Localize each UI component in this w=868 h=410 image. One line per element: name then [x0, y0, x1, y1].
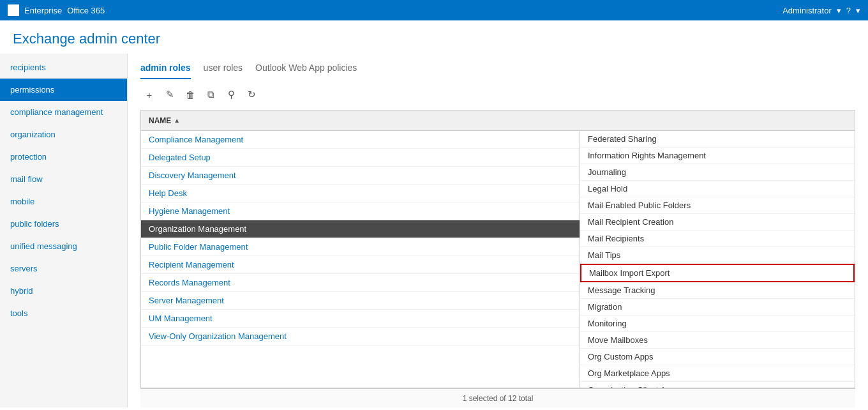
table-row[interactable]: Server Management: [141, 292, 580, 310]
right-item-migration: Migration: [580, 299, 855, 315]
right-item-move-mailboxes: Move Mailboxes: [580, 332, 855, 349]
sidebar-item-tools[interactable]: tools: [0, 302, 127, 324]
table-body: Compliance ManagementDelegated SetupDisc…: [141, 131, 855, 388]
sidebar-item-mobile[interactable]: mobile: [0, 190, 127, 213]
status-text: 1 selected of 12 total: [463, 394, 534, 403]
right-item-mail-recipients: Mail Recipients: [580, 231, 855, 247]
sidebar-item-compliance-management[interactable]: compliance management: [0, 101, 127, 123]
table-row[interactable]: View-Only Organization Management: [141, 328, 580, 345]
table-row[interactable]: Delegated Setup: [141, 149, 580, 167]
sidebar-item-public-folders[interactable]: public folders: [0, 213, 127, 235]
right-item-mail-recipient-creation: Mail Recipient Creation: [580, 214, 855, 231]
refresh-button[interactable]: ↻: [243, 86, 260, 103]
right-item-legal-hold: Legal Hold: [580, 181, 855, 197]
svg-rect-3: [14, 11, 18, 15]
table-row[interactable]: Help Desk: [141, 185, 580, 202]
col-roles-header: [580, 117, 855, 125]
main-layout: recipientspermissionscompliance manageme…: [0, 54, 868, 407]
right-item-journaling: Journaling: [580, 164, 855, 181]
right-item-organization-client-access: Organization Client Access: [580, 382, 855, 388]
user-menu[interactable]: Administrator: [782, 6, 832, 15]
table-row[interactable]: Compliance Management: [141, 131, 580, 149]
table-row[interactable]: Organization Management: [141, 220, 580, 238]
copy-button[interactable]: ⧉: [202, 86, 220, 103]
add-button[interactable]: +: [140, 86, 158, 103]
right-pane: Federated SharingInformation Rights Mana…: [580, 131, 855, 388]
user-dropdown-icon[interactable]: ▾: [837, 6, 841, 15]
sidebar-item-mail-flow[interactable]: mail flow: [0, 168, 127, 190]
svg-rect-2: [9, 11, 13, 15]
search-button[interactable]: ⚲: [222, 86, 240, 103]
table-header: NAME ▲: [141, 110, 855, 131]
app-name: Enterprise: [24, 6, 62, 15]
table-row[interactable]: Records Management: [141, 274, 580, 292]
tabs: admin rolesuser rolesOutlook Web App pol…: [128, 54, 868, 79]
table-row[interactable]: UM Management: [141, 310, 580, 328]
left-pane: Compliance ManagementDelegated SetupDisc…: [141, 131, 580, 388]
tab-admin-roles[interactable]: admin roles: [140, 63, 191, 79]
suite-name: Office 365: [67, 6, 105, 15]
table-row[interactable]: Discovery Management: [141, 167, 580, 185]
delete-button[interactable]: 🗑: [181, 86, 199, 103]
sidebar-item-protection[interactable]: protection: [0, 146, 127, 168]
table-container: NAME ▲ Compliance ManagementDelegated Se…: [140, 110, 855, 388]
page-title-area: Exchange admin center: [0, 20, 868, 54]
enterprise-logo: [8, 4, 19, 16]
sidebar-item-servers[interactable]: servers: [0, 257, 127, 280]
svg-rect-0: [9, 6, 13, 10]
toolbar: + ✎ 🗑 ⧉ ⚲ ↻: [128, 79, 868, 110]
top-bar: Enterprise Office 365 Administrator ▾ ? …: [0, 0, 868, 20]
right-item-monitoring: Monitoring: [580, 315, 855, 332]
tab-outlook-web-app-policies[interactable]: Outlook Web App policies: [255, 63, 357, 79]
sidebar-item-hybrid[interactable]: hybrid: [0, 280, 127, 302]
right-item-information-rights-management: Information Rights Management: [580, 148, 855, 164]
top-bar-left: Enterprise Office 365: [8, 4, 105, 16]
content-area: admin rolesuser rolesOutlook Web App pol…: [128, 54, 868, 407]
table-row[interactable]: Public Folder Management: [141, 238, 580, 256]
page-title: Exchange admin center: [13, 31, 855, 47]
more-icon[interactable]: ▾: [856, 6, 860, 15]
right-item-org-custom-apps: Org Custom Apps: [580, 349, 855, 365]
table-row[interactable]: Recipient Management: [141, 256, 580, 274]
table-row[interactable]: Hygiene Management: [141, 202, 580, 220]
right-item-federated-sharing: Federated Sharing: [580, 131, 855, 148]
right-item-org-marketplace-apps: Org Marketplace Apps: [580, 365, 855, 382]
edit-button[interactable]: ✎: [161, 86, 179, 103]
right-item-message-tracking: Message Tracking: [580, 282, 855, 299]
sidebar-item-permissions[interactable]: permissions: [0, 79, 127, 101]
sidebar-item-unified-messaging[interactable]: unified messaging: [0, 235, 127, 257]
right-item-mailbox-import-export: Mailbox Import Export: [580, 264, 855, 282]
right-item-mail-enabled-public-folders: Mail Enabled Public Folders: [580, 197, 855, 214]
col-name-header: NAME ▲: [141, 112, 580, 129]
right-item-mail-tips: Mail Tips: [580, 247, 855, 264]
tab-user-roles[interactable]: user roles: [204, 63, 243, 79]
sidebar-item-recipients[interactable]: recipients: [0, 56, 127, 79]
sidebar-item-organization[interactable]: organization: [0, 123, 127, 146]
help-icon[interactable]: ?: [846, 6, 851, 15]
sidebar: recipientspermissionscompliance manageme…: [0, 54, 128, 407]
svg-rect-1: [14, 6, 18, 10]
status-bar: 1 selected of 12 total: [140, 388, 855, 407]
top-bar-right: Administrator ▾ ? ▾: [782, 6, 860, 15]
